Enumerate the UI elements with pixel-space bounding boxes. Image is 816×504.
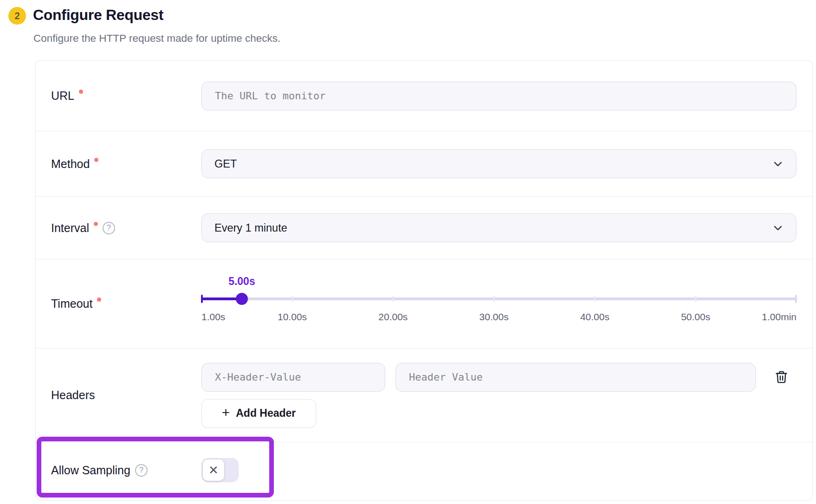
timeout-tick-label: 40.00s [580,311,609,323]
page-title: Configure Request [33,6,163,24]
url-input[interactable] [201,82,797,110]
headers-label: Headers [51,388,95,402]
step-number-badge: 2 [8,7,26,25]
method-control: GET [201,149,797,178]
interval-label: Interval [51,221,89,235]
timeout-slider-tick [695,296,697,302]
header-value-input[interactable] [395,363,756,392]
timeout-label: Timeout [51,297,92,310]
timeout-slider-tick [594,296,596,302]
timeout-tick-label: 1.00s [201,311,225,323]
request-form-panel: URL Method GET Interval [35,60,813,501]
page-subtitle: Configure the HTTP request made for upti… [33,32,280,45]
form-row-interval: Interval ? Every 1 minute [36,196,812,259]
method-selected-value: GET [214,158,237,170]
form-row-method: Method GET [36,131,812,196]
timeout-tick-label: 1.00min [762,311,797,323]
interval-label-group: Interval ? [36,221,201,235]
timeout-slider-tick [392,296,394,302]
timeout-slider-end-cap [795,295,797,303]
method-select[interactable]: GET [201,149,797,178]
required-dot [79,90,83,94]
allow-sampling-control: ✕ [201,458,797,482]
timeout-tick-label: 20.00s [378,311,408,323]
timeout-slider-track[interactable] [201,297,797,300]
plus-icon: + [222,406,230,420]
timeout-tick-label: 30.00s [479,311,509,323]
form-row-timeout: Timeout 5.00s 1.00s10.00s20.00s30.00s40.… [36,259,812,348]
url-label-group: URL [36,89,201,103]
timeout-slider-handle[interactable] [236,293,248,305]
toggle-x-icon: ✕ [208,463,219,478]
timeout-tick-label: 50.00s [681,311,710,323]
interval-help-icon[interactable]: ? [103,222,115,234]
timeout-value-label: 5.00s [228,275,255,288]
form-row-url: URL [36,61,812,131]
headers-label-group: Headers [36,388,201,402]
add-header-button-label: Add Header [236,407,296,420]
interval-select[interactable]: Every 1 minute [201,213,797,242]
form-row-headers: Headers [36,348,812,442]
method-label-group: Method [36,157,201,171]
chevron-down-icon [772,222,784,233]
required-dot [97,297,101,302]
add-header-button[interactable]: + Add Header [201,399,316,428]
timeout-label-group: Timeout [36,297,201,310]
allow-sampling-help-icon[interactable]: ? [135,464,148,477]
form-row-allow-sampling: Allow Sampling ? ✕ [36,442,812,498]
url-control [201,82,797,110]
header-row [201,363,797,392]
timeout-control: 5.00s 1.00s10.00s20.00s30.00s40.00s50.00… [201,273,797,335]
configure-request-page: 2 Configure Request Configure the HTTP r… [0,0,816,504]
timeout-slider-tick [291,296,293,302]
allow-sampling-label: Allow Sampling [51,464,130,477]
headers-control: + Add Header [201,363,797,428]
toggle-knob-off: ✕ [203,459,224,481]
required-dot [94,222,98,226]
method-label: Method [51,157,90,171]
timeout-slider: 5.00s 1.00s10.00s20.00s30.00s40.00s50.00… [201,273,797,335]
timeout-slider-tick-labels: 1.00s10.00s20.00s30.00s40.00s50.00s1.00m… [201,311,797,323]
header-name-input[interactable] [201,363,385,392]
trash-icon [774,370,789,384]
timeout-slider-tick [493,296,495,302]
allow-sampling-label-group: Allow Sampling ? [36,464,201,477]
timeout-slider-start-cap [201,295,203,303]
delete-header-button[interactable] [774,370,789,384]
allow-sampling-toggle[interactable]: ✕ [201,458,239,482]
interval-selected-value: Every 1 minute [214,222,287,234]
chevron-down-icon [772,158,784,169]
required-dot [94,158,98,162]
interval-control: Every 1 minute [201,213,797,242]
url-label: URL [51,89,74,103]
timeout-tick-label: 10.00s [278,311,307,323]
